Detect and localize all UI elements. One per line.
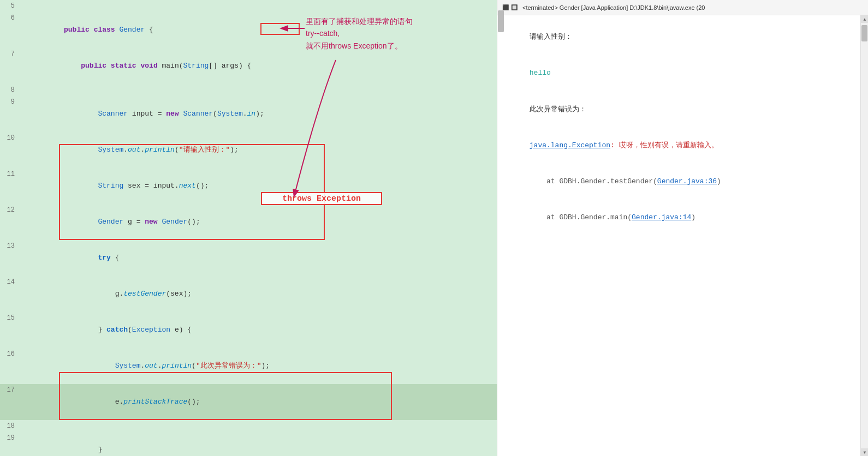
console-error-prefix: 此次异常错误为： — [530, 105, 586, 113]
console-title: <terminated> Gender [Java Application] D… — [522, 4, 864, 11]
console-scroll-track — [861, 23, 868, 448]
code-line-12: 12 Gender g = new Gender(); — [0, 204, 497, 240]
console-scrollbar[interactable]: ▲ ▼ — [860, 15, 868, 456]
console-line-input: hello — [504, 55, 861, 91]
console-panel: ⬛ 🔲 <terminated> Gender [Java Applicatio… — [497, 0, 868, 456]
console-header: ⬛ 🔲 <terminated> Gender [Java Applicatio… — [497, 0, 868, 15]
console-scroll-down[interactable]: ▼ — [861, 448, 868, 456]
code-line-8: 8 — [0, 84, 497, 96]
console-scroll-up[interactable]: ▲ — [861, 15, 868, 23]
editor-scrollbar[interactable]: ▲ ▼ — [497, 0, 504, 456]
code-editor: 5 6 public class Gender { 7 public stati… — [0, 0, 497, 456]
code-line-16: 16 System.out.println("此次异常错误为："); — [0, 348, 497, 384]
console-scroll-thumb — [861, 25, 867, 41]
console-exception-class[interactable]: java.lang.Exception — [530, 141, 610, 149]
console-line-prompt: 请输入性别： — [504, 19, 861, 55]
console-output: 请输入性别： hello 此次异常错误为： java.lang.Exceptio… — [497, 15, 868, 456]
code-line-19: 19 } — [0, 432, 497, 456]
console-at1-link[interactable]: Gender.java:36 — [657, 177, 717, 185]
editor-panel: 5 6 public class Gender { 7 public stati… — [0, 0, 497, 456]
code-line-17: 17 e.printStackTrace(); — [0, 384, 497, 420]
code-line-14: 14 g.testGender(sex); — [0, 276, 497, 312]
console-line-error-label: 此次异常错误为： — [504, 91, 861, 128]
code-line-9: 9 Scanner input = new Scanner(System.in)… — [0, 96, 497, 132]
console-exception-message: : 哎呀，性别有误，请重新输入。 — [610, 141, 718, 149]
console-line-at2: at GDBH.Gender.main(Gender.java:14) — [504, 200, 861, 236]
console-at2-close: ) — [691, 213, 695, 221]
scroll-thumb — [498, 10, 504, 32]
console-icon2[interactable]: 🔲 — [510, 4, 518, 11]
code-line-5: 5 — [0, 0, 497, 12]
code-line-11: 11 String sex = input.next(); — [0, 168, 497, 204]
console-prompt-text: 请输入性别： — [530, 32, 572, 40]
console-at2-link[interactable]: Gender.java:14 — [632, 213, 691, 221]
console-input-echo: hello — [530, 69, 551, 77]
code-scroll-area[interactable]: 5 6 public class Gender { 7 public stati… — [0, 0, 497, 456]
code-line-6: 6 public class Gender { — [0, 12, 497, 48]
code-line-15: 15 } catch(Exception e) { — [0, 312, 497, 348]
code-line-7: 7 public static void main(String[] args)… — [0, 48, 497, 84]
scroll-track — [497, 8, 504, 448]
console-line-exception: java.lang.Exception: 哎呀，性别有误，请重新输入。 — [504, 128, 861, 164]
console-at2-prefix: at GDBH.Gender.main( — [530, 213, 632, 221]
code-line-18: 18 — [0, 420, 497, 432]
console-at1-prefix: at GDBH.Gender.testGender( — [530, 177, 657, 185]
console-at1-close: ) — [717, 177, 721, 185]
code-line-10: 10 System.out.println("请输入性别："); — [0, 132, 497, 168]
console-line-at1: at GDBH.Gender.testGender(Gender.java:36… — [504, 164, 861, 200]
code-line-13: 13 try { — [0, 240, 497, 276]
